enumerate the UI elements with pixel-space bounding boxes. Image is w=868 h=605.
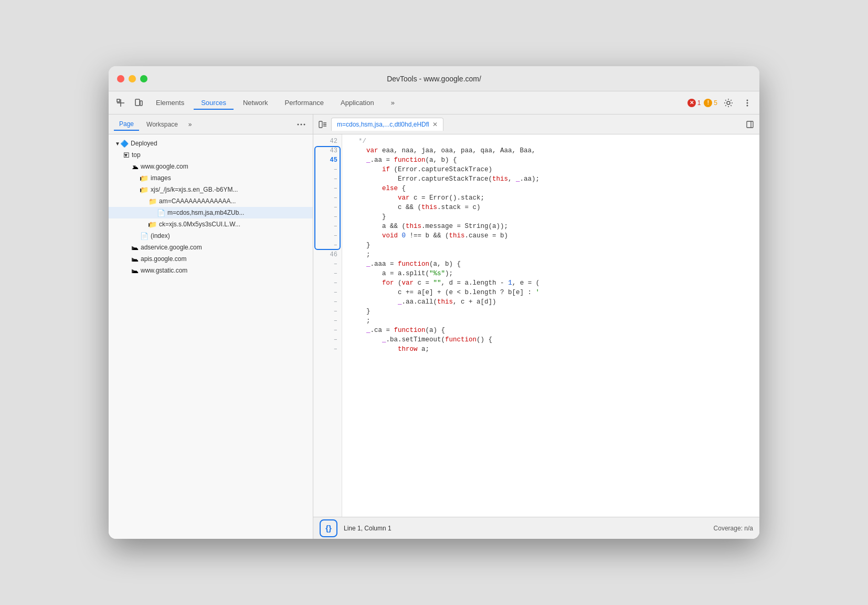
tab-sources[interactable]: Sources [194, 96, 234, 110]
tree-item-adservice[interactable]: ▶ ☁ adservice.google.com [109, 242, 313, 253]
code-area[interactable]: 42 43 45 – – – – – – – – – 46 – – – – [313, 134, 759, 517]
tab-elements[interactable]: Elements [149, 96, 192, 110]
code-token: var [351, 146, 382, 155]
code-tab-active[interactable]: m=cdos,hsm,jsa,...c,dtl0hd,eHDfl ✕ [331, 118, 443, 131]
tree-item-apis[interactable]: ▶ ☁ apis.google.com [109, 253, 313, 265]
code-line-46: _.aaa = function(a, b) { [351, 259, 759, 269]
code-token: _ [366, 259, 371, 269]
tree-item-ck[interactable]: ▶ 📁 ck=xjs.s.0Mx5ys3sCUI.L.W... [109, 218, 313, 230]
code-panel: m=cdos,hsm,jsa,...c,dtl0hd,eHDfl ✕ [313, 114, 759, 539]
line-num-45: 45 [313, 155, 342, 165]
settings-icon[interactable] [721, 95, 736, 111]
tree-item-xjs[interactable]: ▶ 📁 xjs/_/js/k=xjs.s.en_GB.-b6YM... [109, 184, 313, 195]
svg-rect-16 [747, 121, 753, 128]
svg-point-6 [747, 99, 748, 101]
code-token: */ [351, 137, 366, 146]
code-tab-close-btn[interactable]: ✕ [432, 121, 438, 128]
tree-label-www-google: www.google.com [141, 163, 188, 170]
sidebar-tab-page[interactable]: Page [114, 118, 139, 131]
code-token: a = a.split( [351, 269, 429, 278]
code-token: .ca = [371, 326, 394, 335]
tree-item-www-google[interactable]: ▼ ☁ www.google.com [109, 161, 313, 172]
code-token: this [449, 231, 465, 241]
sidebar-menu-button[interactable] [295, 118, 308, 131]
code-token: ' [536, 288, 540, 297]
window-title: DevTools - www.google.com/ [387, 75, 481, 83]
code-token: .cause = b) [465, 231, 509, 241]
tree-item-mfile[interactable]: 📄 m=cdos,hsm,jsa,mb4ZUb... [109, 207, 313, 218]
tab-network[interactable]: Network [236, 96, 276, 110]
tree-icon-folder-images: 📁 [140, 174, 149, 182]
code-token: function [398, 259, 429, 269]
error-count: 1 [697, 99, 701, 107]
inspect-element-icon[interactable] [113, 95, 129, 111]
code-token: var [398, 193, 414, 203]
tab-performance[interactable]: Performance [278, 96, 331, 110]
line-num-dash-16: – [313, 316, 342, 326]
tree-arrow-gstatic: ▶ [113, 268, 132, 274]
code-token: _ [366, 155, 371, 165]
code-token: this [437, 297, 453, 307]
warning-badge[interactable]: ! 5 [704, 99, 717, 107]
code-token: "%s" [429, 269, 445, 278]
close-button[interactable] [117, 75, 124, 82]
code-token: , [508, 174, 516, 184]
code-tab-filename: m=cdos,hsm,jsa,...c,dtl0hd,eHDfl [337, 121, 429, 128]
code-line-42: */ [351, 137, 759, 146]
tree-item-index[interactable]: 📄 (index) [109, 230, 313, 242]
tree-icon-folder-ck: 📁 [149, 221, 157, 228]
code-token: .message = String(a)); [421, 222, 508, 231]
code-token: _ [398, 297, 402, 307]
pretty-print-label: {} [325, 524, 332, 533]
toggle-sidebar-icon[interactable] [315, 117, 330, 132]
tree-label-index: (index) [151, 232, 170, 239]
line-num-dash-18: – [313, 335, 342, 345]
sidebar-tab-more[interactable]: » [185, 119, 195, 130]
tab-more[interactable]: » [384, 96, 402, 110]
svg-rect-4 [140, 101, 142, 106]
code-token: .aa); [520, 174, 540, 184]
pretty-print-button[interactable]: {} [320, 519, 337, 537]
more-options-icon[interactable] [739, 95, 755, 111]
line-num-dash-10: – [313, 259, 342, 269]
tree-item-am[interactable]: ▼ 📁 am=CAAAAAAAAAAAAA... [109, 195, 313, 207]
error-badge[interactable]: ✕ 1 [687, 99, 701, 107]
code-line-d7: a && (this.message = String(a)); [351, 222, 759, 231]
sidebar-tab-workspace[interactable]: Workspace [141, 119, 183, 130]
collapse-panel-icon[interactable] [743, 117, 757, 132]
tree-arrow-deployed: ▼ [113, 141, 120, 147]
minimize-button[interactable] [129, 75, 136, 82]
tree-item-gstatic[interactable]: ▶ ☁ www.gstatic.com [109, 265, 313, 276]
tree-arrow-adservice: ▶ [113, 245, 132, 251]
code-token: (a) { [426, 326, 446, 335]
tree-icon-top: ☐ [123, 151, 130, 159]
coverage-info: Coverage: n/a [714, 525, 753, 532]
code-token: a; [421, 345, 429, 354]
svg-point-7 [747, 102, 748, 103]
svg-point-10 [301, 123, 302, 125]
tree-item-images[interactable]: ▶ 📁 images [109, 172, 313, 184]
maximize-button[interactable] [140, 75, 147, 82]
code-token: ; [351, 316, 371, 326]
line-num-43: 43 [313, 146, 342, 155]
code-line-d8: void 0 !== b && (this.cause = b) [351, 231, 759, 241]
code-token: void [382, 231, 402, 241]
tree-label-am: am=CAAAAAAAAAAAAA... [159, 197, 236, 205]
line-num-dash-4: – [313, 193, 342, 203]
tab-application[interactable]: Application [333, 96, 382, 110]
code-token: function [394, 155, 426, 165]
line-num-dash-9: – [313, 241, 342, 250]
code-token: .aaa = [371, 259, 398, 269]
warning-count: 5 [714, 99, 717, 107]
tree-label-deployed: Deployed [131, 140, 157, 147]
code-content[interactable]: */ var eaa, naa, jaa, oaa, paa, qaa, Aaa… [342, 134, 759, 517]
line-num-dash-12: – [313, 278, 342, 288]
device-toolbar-icon[interactable] [131, 95, 146, 111]
code-token: _ [366, 326, 371, 335]
code-token: c && ( [351, 203, 421, 212]
tree-item-deployed[interactable]: ▼ 🔷 Deployed [109, 138, 313, 149]
code-token: _ [516, 174, 520, 184]
code-line-d6: } [351, 212, 759, 222]
code-token [351, 259, 366, 269]
tree-item-top[interactable]: ▼ ☐ top [109, 149, 313, 161]
